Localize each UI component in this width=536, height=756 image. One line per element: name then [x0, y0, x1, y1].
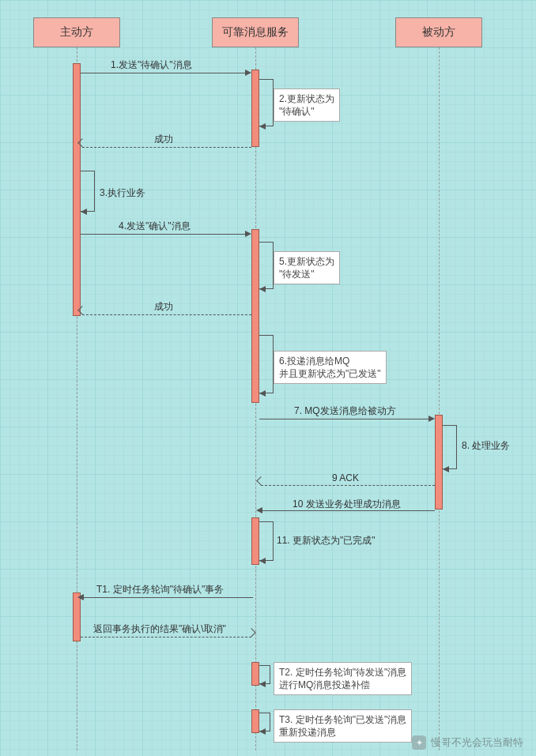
participant-label: 主动方 [60, 25, 93, 39]
msg-t3-note: T3. 定时任务轮询"已发送"消息重新投递消息 [274, 709, 412, 743]
ret-2-line [82, 314, 251, 315]
participant-passive: 被动方 [395, 17, 482, 47]
msg-11-self [259, 521, 274, 561]
msg-4-label: 4.发送"确认"消息 [119, 220, 191, 232]
msg-8-arrow [443, 466, 449, 472]
msg-t2-arrow [259, 681, 266, 687]
msg-8-self [443, 425, 457, 469]
msg-8-label: 8. 处理业务 [462, 439, 510, 452]
activation-msgsvc-1 [251, 70, 259, 147]
msg-t1a-label: T1. 定时任务轮询"待确认"事务 [96, 583, 224, 596]
msg-10-line [261, 510, 435, 511]
msg-2-note: 2.更新状态为"待确认" [274, 88, 340, 122]
msg-1-line [81, 73, 248, 73]
msg-11-arrow [259, 558, 266, 564]
participant-msgsvc: 可靠消息服务 [212, 17, 299, 47]
msg-2-arrow [259, 123, 266, 130]
activation-msgsvc-4 [251, 662, 259, 686]
ret-2-label: 成功 [154, 300, 173, 313]
msg-7-label: 7. MQ发送消息给被动方 [294, 404, 396, 417]
msg-7-arrow [428, 416, 435, 422]
participant-label: 可靠消息服务 [222, 25, 289, 39]
wechat-icon: ✦ [412, 735, 426, 750]
msg-5-text: 5.更新状态为"待发送" [279, 256, 334, 280]
msg-5-self [259, 242, 274, 289]
msg-11-label: 11. 更新状态为"已完成" [277, 534, 376, 547]
msg-t1b-label: 返回事务执行的结果"确认\取消" [93, 622, 226, 635]
msg-6-text: 6.投递消息给MQ并且更新状态为"已发送" [279, 355, 381, 379]
msg-9-line [261, 485, 435, 486]
watermark-text: 慢哥不光会玩当耐特 [431, 735, 523, 750]
msg-t1a-line [82, 597, 253, 598]
msg-t1a-arrow [77, 594, 84, 600]
msg-6-arrow [259, 390, 266, 397]
msg-3-arrow [81, 209, 87, 215]
msg-t1b-line [81, 637, 251, 638]
msg-t1b-arrow [247, 628, 255, 637]
msg-t2-note: T2. 定时任务轮询"待发送"消息进行MQ消息投递补偿 [274, 662, 412, 695]
msg-6-note: 6.投递消息给MQ并且更新状态为"已发送" [274, 351, 387, 384]
activation-passive-1 [435, 415, 443, 510]
activation-active-1 [73, 63, 81, 316]
msg-1-arrow [245, 70, 251, 76]
msg-10-label: 10 发送业务处理成功消息 [293, 498, 401, 510]
msg-7-line [259, 419, 432, 419]
msg-4-line [81, 234, 248, 235]
msg-4-arrow [245, 231, 251, 237]
msg-10-arrow [256, 507, 262, 513]
participant-active: 主动方 [33, 17, 120, 47]
watermark: ✦ 慢哥不光会玩当耐特 [412, 735, 523, 750]
msg-t3-arrow [259, 728, 266, 735]
msg-2-self [259, 79, 274, 126]
ret-1-line [82, 147, 251, 148]
msg-5-arrow [259, 286, 266, 292]
ret-1-label: 成功 [154, 133, 173, 145]
msg-5-note: 5.更新状态为"待发送" [274, 251, 340, 284]
msg-6-self [259, 335, 274, 393]
msg-9-label: 9 ACK [332, 472, 359, 485]
msg-1-label: 1.发送"待确认"消息 [111, 58, 192, 71]
activation-msgsvc-2 [251, 229, 259, 403]
participant-label: 被动方 [422, 25, 455, 39]
activation-msgsvc-5 [251, 709, 259, 733]
msg-2-text: 2.更新状态为"待确认" [279, 93, 334, 117]
msg-3-label: 3.执行业务 [100, 186, 145, 199]
msg-9-arrow [256, 476, 265, 485]
lifeline-passive [439, 47, 440, 750]
activation-msgsvc-3 [251, 517, 259, 565]
msg-t3-text: T3. 定时任务轮询"已发送"消息重新投递消息 [279, 714, 406, 738]
msg-3-self [81, 171, 95, 212]
msg-t2-text: T2. 定时任务轮询"待发送"消息进行MQ消息投递补偿 [279, 667, 406, 690]
